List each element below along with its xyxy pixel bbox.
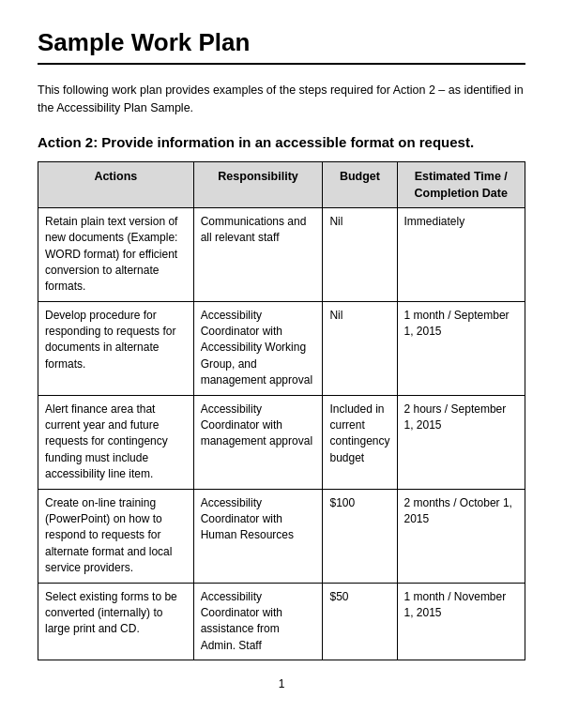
header-estimated: Estimated Time / Completion Date (397, 161, 525, 207)
action-heading: Action 2: Provide information in an acce… (38, 134, 525, 150)
page-number: 1 (38, 677, 525, 690)
cell-actions-3: Create on-line training (PowerPoint) on … (38, 489, 194, 583)
cell-estimated-3: 2 months / October 1, 2015 (397, 489, 525, 583)
title-divider (38, 63, 525, 65)
table-row: Develop procedure for responding to requ… (38, 301, 525, 395)
header-budget: Budget (323, 161, 397, 207)
table-row: Select existing forms to be converted (i… (38, 583, 525, 660)
cell-responsibility-1: Accessibility Coordinator with Accessibi… (193, 301, 323, 395)
cell-budget-4: $50 (323, 583, 397, 660)
work-plan-table: Actions Responsibility Budget Estimated … (38, 161, 525, 661)
cell-responsibility-3: Accessibility Coordinator with Human Res… (193, 489, 323, 583)
cell-actions-1: Develop procedure for responding to requ… (38, 301, 194, 395)
intro-text: This following work plan provides exampl… (38, 82, 525, 117)
page-title: Sample Work Plan (38, 28, 525, 57)
cell-estimated-2: 2 hours / September 1, 2015 (397, 395, 525, 489)
header-responsibility: Responsibility (193, 161, 323, 207)
header-actions: Actions (38, 161, 194, 207)
cell-estimated-4: 1 month / November 1, 2015 (397, 583, 525, 660)
table-row: Create on-line training (PowerPoint) on … (38, 489, 525, 583)
cell-budget-0: Nil (323, 207, 397, 301)
cell-budget-2: Included in current contingency budget (323, 395, 397, 489)
cell-responsibility-2: Accessibility Coordinator with managemen… (193, 395, 323, 489)
cell-actions-0: Retain plain text version of new documen… (38, 207, 194, 301)
table-row: Alert finance area that current year and… (38, 395, 525, 489)
cell-actions-4: Select existing forms to be converted (i… (38, 583, 194, 660)
cell-estimated-1: 1 month / September 1, 2015 (397, 301, 525, 395)
cell-responsibility-0: Communications and all relevant staff (193, 207, 323, 301)
cell-budget-1: Nil (323, 301, 397, 395)
cell-responsibility-4: Accessibility Coordinator with assistanc… (193, 583, 323, 660)
cell-estimated-0: Immediately (397, 207, 525, 301)
cell-budget-3: $100 (323, 489, 397, 583)
cell-actions-2: Alert finance area that current year and… (38, 395, 194, 489)
table-row: Retain plain text version of new documen… (38, 207, 525, 301)
